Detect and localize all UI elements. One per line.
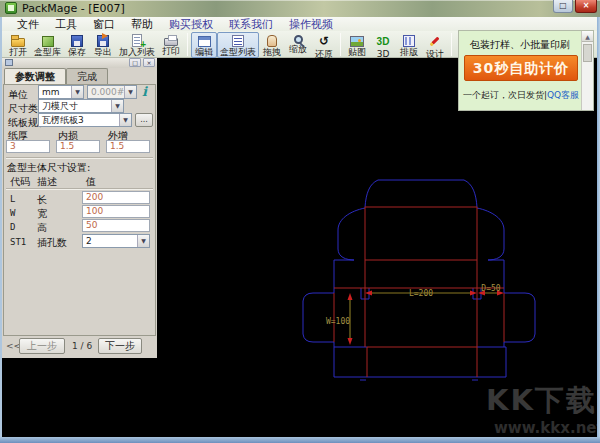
layout-button[interactable]: 排版: [396, 32, 422, 58]
promo-tagline: 包装打样、小批量印刷: [461, 38, 579, 52]
chevron-down-icon: ▼: [137, 235, 149, 247]
menu-tools[interactable]: 工具: [48, 17, 84, 32]
box-list-icon: [232, 35, 244, 47]
promo-panel: 包装打样、小批量印刷 30秒自助计价 一个起订，次日发货|QQ客服 ▲: [458, 30, 594, 111]
open-button[interactable]: 打开: [5, 32, 31, 58]
board-more-button[interactable]: ...: [135, 113, 153, 127]
parameter-panel: □ × 参数调整 完成 单位 mm ▼ 0.000# ▼ i 尺寸类型 刀模尺寸…: [2, 58, 157, 358]
box-list-button[interactable]: 盒型列表: [217, 32, 259, 58]
pan-hand-icon: [267, 35, 277, 47]
precision-select[interactable]: 0.000# ▼: [87, 85, 137, 99]
prev-step-button[interactable]: 上一步: [19, 338, 65, 354]
pencil-icon: [427, 34, 443, 49]
divider: [6, 157, 153, 159]
row-code: ST1: [10, 237, 26, 247]
undo-arrow-icon: ↺: [316, 34, 332, 49]
col-header-desc: 描述: [37, 175, 57, 189]
toolbar-separator: [187, 33, 188, 56]
page-indicator: 1 / 6: [72, 341, 92, 351]
row-desc: 高: [37, 221, 47, 235]
menu-window[interactable]: 窗口: [86, 17, 122, 32]
promo-scrollbar[interactable]: ▲: [581, 31, 593, 110]
quote-button[interactable]: 30秒自助计价: [464, 55, 578, 81]
row-code: L: [10, 194, 15, 204]
save-button[interactable]: 保存: [64, 32, 90, 58]
threed-icon: 3D: [375, 34, 391, 49]
menu-tutorial-video[interactable]: 操作视频: [282, 17, 340, 32]
print-button[interactable]: 打印: [158, 32, 184, 57]
col-header-code: 代码: [10, 175, 30, 189]
board-spec-select[interactable]: 瓦楞纸板3 ▼: [38, 113, 132, 127]
edit-button[interactable]: 编辑: [191, 32, 217, 58]
add-to-list-icon: [132, 34, 142, 47]
chevron-down-icon: ▼: [124, 86, 136, 98]
app-window: PackMage - [E007] □ × 文件 工具 窗口 帮助 购买授权 联…: [0, 0, 600, 443]
inner-loss-input[interactable]: 1.5: [56, 140, 100, 153]
chevron-down-icon: ▼: [111, 100, 123, 112]
export-icon: [97, 35, 109, 47]
next-step-button[interactable]: 下一步: [98, 338, 142, 354]
row-desc: 插孔数: [37, 236, 67, 250]
export-button[interactable]: 导出: [90, 32, 116, 58]
toolbar-separator: [340, 33, 341, 56]
toolbar-separator: [451, 33, 452, 56]
threed-button[interactable]: 3D 3D: [370, 32, 396, 60]
info-icon[interactable]: i: [142, 85, 147, 99]
panel-header: □ ×: [2, 58, 157, 68]
menu-contact-us[interactable]: 联系我们: [222, 17, 280, 32]
panel-close-button[interactable]: ×: [143, 58, 155, 67]
open-folder-icon: [11, 38, 25, 47]
tab-finish[interactable]: 完成: [66, 68, 108, 84]
menu-file[interactable]: 文件: [10, 17, 46, 32]
pan-button[interactable]: 拖拽: [259, 32, 285, 58]
width-input[interactable]: 100: [82, 205, 150, 218]
promo-subline: 一个起订，次日发货|QQ客服: [459, 89, 583, 102]
box-library-button[interactable]: 盒型库: [31, 32, 64, 58]
panel-restore-button[interactable]: □: [129, 58, 141, 67]
size-type-select[interactable]: 刀模尺寸 ▼: [38, 99, 124, 113]
menu-buy-license[interactable]: 购买授权: [162, 17, 220, 32]
qq-service-link[interactable]: QQ客服: [547, 90, 579, 100]
outer-gain-input[interactable]: 1.5: [106, 140, 150, 153]
watermark-url: www.kkx.net: [494, 419, 600, 437]
undo-button[interactable]: ↺ 还原: [311, 32, 337, 60]
chevron-down-icon: ▼: [71, 86, 83, 98]
edit-grid-icon: [198, 36, 211, 47]
save-icon: [71, 35, 83, 47]
tab-parameters[interactable]: 参数调整: [4, 68, 66, 84]
chevron-down-icon: ▼: [119, 114, 131, 126]
depth-input[interactable]: 50: [82, 219, 150, 232]
dimensions-section-title: 盒型主体尺寸设置:: [7, 161, 90, 175]
layout-icon: [403, 35, 415, 47]
box-library-icon: [42, 36, 54, 47]
col-header-value: 值: [86, 175, 96, 189]
row-desc: 长: [37, 193, 47, 207]
design-button[interactable]: 设计: [422, 32, 448, 60]
watermark-logo: KK下载: [486, 381, 597, 421]
scroll-up-icon[interactable]: ▲: [582, 31, 593, 42]
dim-label-W: W=100: [326, 317, 350, 326]
row-desc: 宽: [37, 207, 47, 221]
add-to-list-button[interactable]: 加入列表: [116, 32, 158, 58]
unit-label: 单位: [8, 88, 28, 102]
unit-select[interactable]: mm ▼: [38, 85, 84, 99]
row-code: D: [10, 222, 15, 232]
promo-shipping-text: 一个起订，次日发货: [463, 90, 544, 100]
panel-tabs: 参数调整 完成: [4, 68, 108, 84]
title-bar[interactable]: PackMage - [E007]: [0, 0, 600, 17]
scrollbar-thumb[interactable]: [583, 44, 592, 62]
texture-button[interactable]: 贴图: [344, 32, 370, 58]
slot-count-select[interactable]: 2 ▼: [82, 234, 150, 248]
picture-icon: [350, 36, 364, 47]
thickness-input[interactable]: 3: [6, 140, 50, 153]
zoom-button[interactable]: 缩放: [285, 32, 311, 55]
maximize-button[interactable]: □: [553, 0, 573, 13]
panel-grid-icon: [5, 59, 13, 66]
wizard-nav: << 上一步 1 / 6 下一步: [2, 336, 157, 358]
menu-help[interactable]: 帮助: [124, 17, 160, 32]
length-input[interactable]: 200: [82, 191, 150, 204]
app-icon: [5, 2, 17, 14]
close-button[interactable]: ×: [575, 0, 597, 13]
window-border-left: [0, 17, 2, 443]
menu-bar: 文件 工具 窗口 帮助 购买授权 联系我们 操作视频: [2, 17, 597, 31]
